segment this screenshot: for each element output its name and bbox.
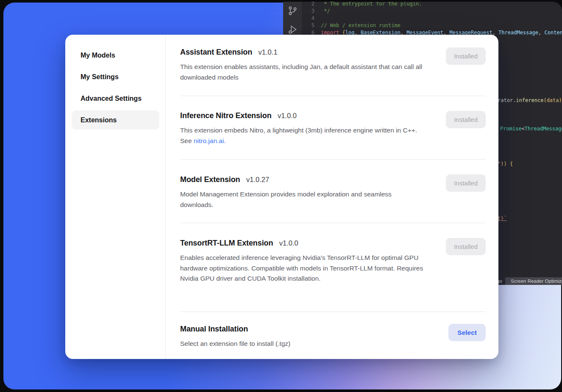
extension-description: This extension enables assistants, inclu… — [180, 62, 426, 83]
code-text: * The entrypoint for the plugin. — [318, 2, 422, 8]
extension-description: Select an extension file to install (.tg… — [180, 339, 426, 349]
line-number: 2 — [302, 2, 318, 8]
extension-row: Assistant Extension v1.0.1 This extensio… — [166, 35, 498, 96]
sidebar-item-label: My Models — [81, 52, 115, 59]
extension-name: Inference Nitro Extension — [180, 111, 272, 120]
extension-description: This extension embeds Nitro, a lightweig… — [180, 125, 426, 146]
sidebar-item-label: Extensions — [81, 116, 117, 124]
code-text: */ — [318, 8, 330, 15]
sidebar-item-label: My Settings — [81, 73, 119, 81]
extension-title-line: Assistant Extension v1.0.1 — [180, 47, 426, 58]
sidebar-item-advanced-settings[interactable]: Advanced Settings — [72, 89, 159, 108]
extension-description: Model Management Extension provides mode… — [180, 189, 426, 210]
settings-sidebar: My Models My Settings Advanced Settings … — [65, 35, 166, 359]
extension-version: v1.0.1 — [259, 48, 278, 56]
select-button[interactable]: Select — [448, 324, 486, 341]
code-line: 3 */ — [302, 8, 562, 15]
extension-name: Manual Installation — [180, 325, 248, 333]
code-lines: 2 * The entrypoint for the plugin.3 */45… — [302, 2, 562, 36]
line-number: 3 — [302, 8, 318, 15]
extension-row: Manual Installation Select an extension … — [166, 312, 498, 359]
line-number: 4 — [302, 15, 318, 22]
extension-link[interactable]: nitro.jan.ai. — [194, 137, 226, 144]
code-line: 4 — [302, 15, 562, 22]
extension-title-line: Inference Nitro Extension v1.0.0 — [180, 110, 426, 121]
sidebar-item-label: Advanced Settings — [81, 95, 142, 102]
code-fragment: Promise<ThreadMessage> — [500, 126, 562, 132]
extension-name: Assistant Extension — [180, 48, 252, 56]
extension-row: TensortRT-LLM Extension v1.0.0 Enables a… — [166, 223, 498, 312]
line-number: 5 — [302, 22, 318, 29]
extension-version: v1.0.27 — [246, 176, 269, 183]
extension-version: v1.0.0 — [278, 112, 297, 119]
code-line: 2 * The entrypoint for the plugin. — [302, 2, 562, 8]
code-text: // Web / extension runtime — [318, 22, 401, 29]
sidebar-item-my-settings[interactable]: My Settings — [72, 67, 159, 86]
installed-button[interactable]: Installed — [446, 238, 486, 255]
extension-name: TensortRT-LLM Extension — [180, 239, 273, 247]
code-fragment: t}` — [498, 215, 507, 222]
code-fragment: rator.inference(data)); — [498, 97, 562, 104]
extension-title-line: Model Extension v1.0.27 — [180, 174, 426, 185]
settings-modal: My Models My Settings Advanced Settings … — [65, 35, 498, 359]
code-text — [318, 15, 321, 22]
extension-row: Inference Nitro Extension v1.0.0 This ex… — [166, 96, 498, 160]
source-control-icon[interactable] — [287, 5, 298, 17]
sidebar-item-my-models[interactable]: My Models — [72, 46, 159, 65]
installed-button[interactable]: Installed — [446, 174, 486, 192]
extension-version: v1.0.0 — [279, 239, 298, 247]
screen-reader-status-item[interactable]: Screen Reader Optimized — [505, 277, 562, 285]
installed-button[interactable]: Installed — [446, 47, 486, 65]
run-debug-icon[interactable] — [287, 24, 298, 35]
extension-row: Model Extension v1.0.27 Model Management… — [166, 160, 498, 223]
extensions-list: Assistant Extension v1.0.1 This extensio… — [166, 35, 498, 359]
extension-title-line: Manual Installation — [180, 323, 426, 335]
installed-button[interactable]: Installed — [446, 111, 486, 128]
extension-description: Enables accelerated inference leveraging… — [180, 253, 426, 284]
extension-name: Model Extension — [180, 175, 240, 184]
code-fragment: ")) { — [498, 161, 513, 167]
code-line: 5// Web / extension runtime — [302, 22, 562, 29]
sidebar-item-extensions[interactable]: Extensions — [72, 110, 159, 130]
extension-title-line: TensortRT-LLM Extension v1.0.0 — [180, 237, 426, 249]
